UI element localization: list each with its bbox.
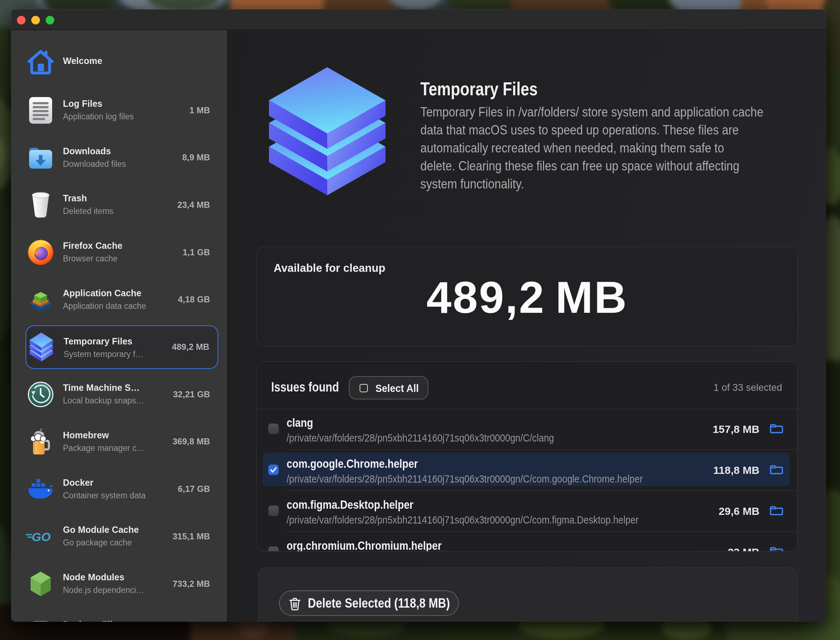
- svg-text:GO: GO: [32, 530, 51, 543]
